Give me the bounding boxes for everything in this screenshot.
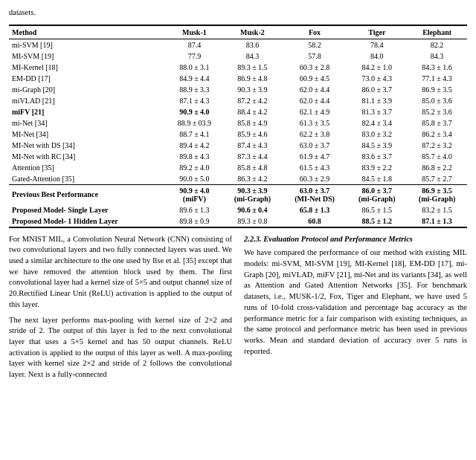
col-header-fox: Fox bbox=[283, 25, 347, 39]
cell-value: 84.3 bbox=[407, 51, 467, 62]
cell-value: 87.1 ± 1.3 bbox=[407, 216, 467, 227]
cell-value: 62.2 ± 3.8 bbox=[283, 129, 347, 140]
cell-value: 62.0 ± 4.4 bbox=[283, 84, 347, 95]
cell-value: 73.0 ± 4.3 bbox=[347, 73, 407, 84]
col-header-musk1: Musk-1 bbox=[167, 25, 222, 39]
cell-method: MI-Net with DS [34] bbox=[9, 140, 167, 151]
cell-value: 88.0 ± 3.1 bbox=[167, 62, 222, 73]
cell-value: 86.9 ± 3.5 bbox=[407, 84, 467, 95]
left-column: For MNIST MIL, a Convolution Neural Netw… bbox=[9, 234, 232, 385]
table-row: Previous Best Performance90.9 ± 4.0(miFV… bbox=[9, 184, 467, 204]
cell-value: 85.7 ± 4.0 bbox=[407, 151, 467, 162]
cell-value: 90.0 ± 5.0 bbox=[167, 173, 222, 185]
cell-value: 86.8 ± 2.2 bbox=[407, 162, 467, 173]
right-para: We have compared the performance of our … bbox=[244, 247, 467, 357]
left-para-1: For MNIST MIL, a Convolution Neural Netw… bbox=[9, 234, 232, 311]
cell-value: 89.8 ± 0.9 bbox=[167, 216, 222, 227]
right-column: 2.2.3. Evaluation Protocol and Performan… bbox=[244, 234, 467, 385]
table-row: Attention [35]89.2 ± 4.085.8 ± 4.861.5 ±… bbox=[9, 162, 467, 173]
cell-value: 89.4 ± 4.2 bbox=[167, 140, 222, 151]
cell-value: 58.2 bbox=[283, 39, 347, 51]
cell-value: 86.0 ± 3.7 bbox=[347, 84, 407, 95]
table-row: Proposed Model- 1 Hidden Layer89.8 ± 0.9… bbox=[9, 216, 467, 227]
bottom-section: For MNIST MIL, a Convolution Neural Netw… bbox=[9, 234, 467, 385]
cell-method: EM-DD [17] bbox=[9, 73, 167, 84]
cell-value: 85.2 ± 3.6 bbox=[407, 106, 467, 117]
cell-value: 84.9 ± 4.4 bbox=[167, 73, 222, 84]
cell-value: 84.2 ± 1.0 bbox=[347, 62, 407, 73]
cell-value: 89.3 ± 1.5 bbox=[222, 62, 283, 73]
right-heading: 2.2.3. Evaluation Protocol and Performan… bbox=[244, 234, 467, 245]
cell-value: 84.0 bbox=[347, 51, 407, 62]
table-row: MI-Net [34]88.7 ± 4.185.9 ± 4.662.2 ± 3.… bbox=[9, 129, 467, 140]
cell-value: 87.3 ± 4.4 bbox=[222, 151, 283, 162]
cell-method: MI-Kernel [18] bbox=[9, 62, 167, 73]
cell-value: 85.8 ± 3.7 bbox=[407, 117, 467, 129]
cell-value: 86.9 ± 3.5(mi-Graph) bbox=[407, 184, 467, 204]
cell-method: MI-Net [34] bbox=[9, 129, 167, 140]
cell-value: 85.9 ± 4.6 bbox=[222, 129, 283, 140]
cell-method: miVLAD [21] bbox=[9, 95, 167, 106]
cell-value: 77.9 bbox=[167, 51, 222, 62]
cell-value: 88.5 ± 1.2 bbox=[347, 216, 407, 227]
cell-value: 57.8 bbox=[283, 51, 347, 62]
cell-value: 87.2 ± 3.2 bbox=[407, 140, 467, 151]
table-row: mi-Graph [20]88.9 ± 3.390.3 ± 3.962.0 ± … bbox=[9, 84, 467, 95]
col-header-tiger: Tiger bbox=[347, 25, 407, 39]
cell-value: 83.2 ± 1.5 bbox=[407, 204, 467, 216]
cell-value: 85.8 ± 4.8 bbox=[222, 162, 283, 173]
table-row: Proposed Model- Single Layer89.6 ± 1.390… bbox=[9, 204, 467, 216]
left-para-2: The next layer performs max-pooling with… bbox=[9, 315, 232, 380]
table-row: Gated-Attention [35]90.0 ± 5.086.3 ± 4.2… bbox=[9, 173, 467, 185]
cell-value: 88.4 ± 4.2 bbox=[222, 106, 283, 117]
cell-method: Previous Best Performance bbox=[9, 184, 167, 204]
cell-value: 86.0 ± 3.7(mi-Graph) bbox=[347, 184, 407, 204]
cell-method: Attention [35] bbox=[9, 162, 167, 173]
cell-value: 88.7 ± 4.1 bbox=[167, 129, 222, 140]
cell-method: MI-Net with RC [34] bbox=[9, 151, 167, 162]
cell-value: 88.9 ± 3.3 bbox=[167, 84, 222, 95]
cell-value: 60.3 ± 2.8 bbox=[283, 62, 347, 73]
cell-method: Proposed Model- 1 Hidden Layer bbox=[9, 216, 167, 227]
cell-value: 88.9 ± 03.9 bbox=[167, 117, 222, 129]
cell-value: 85.8 ± 4.9 bbox=[222, 117, 283, 129]
cell-value: 87.2 ± 4.2 bbox=[222, 95, 283, 106]
cell-value: 87.4 bbox=[167, 39, 222, 51]
cell-method: mi-SVM [19] bbox=[9, 39, 167, 51]
cell-value: 89.8 ± 4.3 bbox=[167, 151, 222, 162]
table-row: MI-SVM [19]77.984.357.884.084.3 bbox=[9, 51, 467, 62]
cell-value: 85.7 ± 2.7 bbox=[407, 173, 467, 185]
table-row: MI-Net with DS [34]89.4 ± 4.287.4 ± 4.36… bbox=[9, 140, 467, 151]
cell-value: 82.4 ± 3.4 bbox=[347, 117, 407, 129]
cell-method: miFV [21] bbox=[9, 106, 167, 117]
cell-value: 90.3 ± 3.9(mi-Graph) bbox=[222, 184, 283, 204]
table-row: MI-Kernel [18]88.0 ± 3.189.3 ± 1.560.3 ±… bbox=[9, 62, 467, 73]
table-row: EM-DD [17]84.9 ± 4.486.9 ± 4.860.9 ± 4.5… bbox=[9, 73, 467, 84]
cell-value: 82.2 bbox=[407, 39, 467, 51]
cell-value: 85.0 ± 3.6 bbox=[407, 95, 467, 106]
cell-value: 89.2 ± 4.0 bbox=[167, 162, 222, 173]
cell-value: 86.3 ± 4.2 bbox=[222, 173, 283, 185]
table-row: MI-Net with RC [34]89.8 ± 4.387.3 ± 4.46… bbox=[9, 151, 467, 162]
results-table: Method Musk-1 Musk-2 Fox Tiger Elephant … bbox=[9, 25, 467, 228]
cell-value: 81.1 ± 3.9 bbox=[347, 95, 407, 106]
cell-method: mi-Graph [20] bbox=[9, 84, 167, 95]
cell-value: 60.9 ± 4.5 bbox=[283, 73, 347, 84]
cell-value: 77.1 ± 4.3 bbox=[407, 73, 467, 84]
cell-value: 84.5 ± 3.9 bbox=[347, 140, 407, 151]
cell-value: 89.6 ± 1.3 bbox=[167, 204, 222, 216]
cell-value: 62.1 ± 4.9 bbox=[283, 106, 347, 117]
cell-method: MI-SVM [19] bbox=[9, 51, 167, 62]
intro-text: datasets. bbox=[9, 7, 467, 19]
cell-value: 86.5 ± 1.5 bbox=[347, 204, 407, 216]
col-header-method: Method bbox=[9, 25, 167, 39]
table-row: miVLAD [21]87.1 ± 4.387.2 ± 4.262.0 ± 4.… bbox=[9, 95, 467, 106]
cell-value: 90.9 ± 4.0(miFV) bbox=[167, 184, 222, 204]
col-header-elephant: Elephant bbox=[407, 25, 467, 39]
cell-value: 83.0 ± 3.2 bbox=[347, 129, 407, 140]
cell-value: 84.3 bbox=[222, 51, 283, 62]
cell-method: Proposed Model- Single Layer bbox=[9, 204, 167, 216]
cell-value: 62.0 ± 4.4 bbox=[283, 95, 347, 106]
cell-method: mi-Net [34] bbox=[9, 117, 167, 129]
cell-value: 89.3 ± 0.8 bbox=[222, 216, 283, 227]
